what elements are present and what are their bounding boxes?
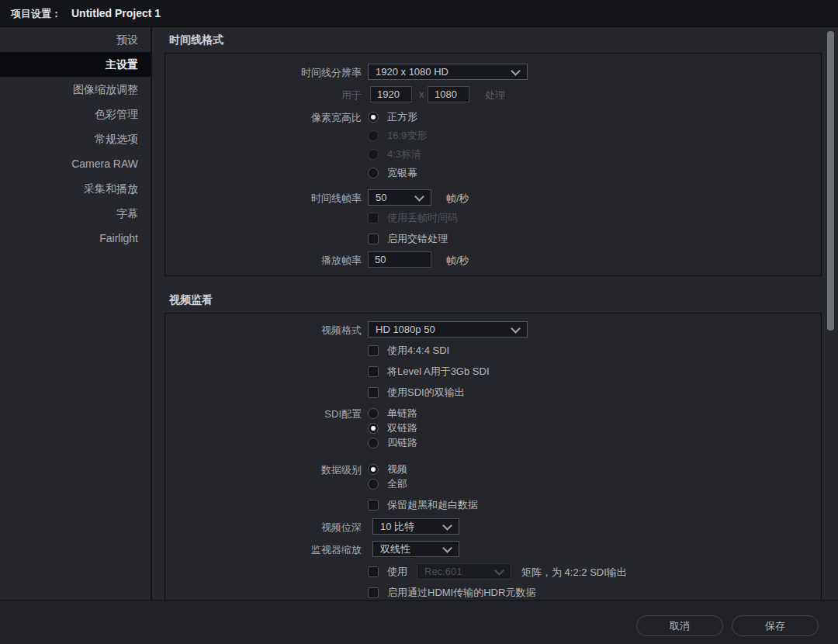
option-label: 视频 — [387, 462, 407, 476]
dialog-title-label: 项目设置： — [11, 0, 61, 27]
radio-icon — [368, 438, 379, 448]
drop-frame-timecode-checkbox: 使用丢帧时间码 — [368, 210, 458, 226]
chevron-down-icon — [442, 543, 452, 553]
checkbox-label: 启用通过HDMI传输的HDR元数据 — [387, 586, 535, 600]
radio-icon — [368, 168, 379, 178]
timeline-format-panel — [164, 53, 822, 276]
checkbox-label: 将Level A用于3Gb SDI — [387, 365, 490, 379]
checkbox-icon — [368, 213, 379, 223]
video-bit-depth-dropdown[interactable]: 10 比特 — [372, 518, 459, 535]
save-button[interactable]: 保存 — [732, 615, 819, 636]
monitor-scaling-value: 双线性 — [380, 543, 410, 555]
checkbox-label: 保留超黑和超白数据 — [387, 498, 478, 512]
custom-height-input[interactable] — [428, 86, 469, 102]
custom-width-input[interactable] — [370, 86, 412, 102]
framerate-unit-label: 帧/秒 — [446, 192, 469, 206]
timeline-framerate-value: 50 — [376, 192, 386, 203]
checkbox-icon — [368, 387, 379, 398]
data-level-option-video[interactable]: 视频 — [368, 462, 407, 477]
sdi-option-dual-link[interactable]: 双链路 — [368, 421, 417, 436]
checkbox-icon — [368, 345, 379, 356]
dialog-footer: 取消 保存 — [0, 600, 838, 644]
timeline-resolution-dropdown[interactable]: 1920 x 1080 HD — [368, 64, 528, 80]
sidebar-item-fairlight[interactable]: Fairlight — [0, 226, 151, 251]
hdmi-hdr-metadata-checkbox[interactable]: 启用通过HDMI传输的HDR元数据 — [368, 585, 535, 601]
project-name: Untitled Project 1 — [71, 0, 161, 27]
pixel-aspect-option-square[interactable]: 正方形 — [368, 109, 417, 125]
pixel-aspect-option-43-sd: 4:3标清 — [368, 147, 421, 162]
level-a-3gb-sdi-checkbox[interactable]: 将Level A用于3Gb SDI — [368, 364, 490, 379]
radio-icon — [368, 479, 379, 490]
radio-icon — [368, 149, 379, 160]
option-label: 4:3标清 — [387, 147, 421, 161]
chevron-down-icon — [511, 66, 521, 76]
sidebar-item-camera-raw[interactable]: Camera RAW — [0, 151, 151, 176]
custom-res-prefix-label: 用于 — [164, 88, 362, 102]
option-label: 四链路 — [387, 436, 417, 450]
matrix-value: Rec.601 — [424, 566, 462, 577]
checkbox-icon — [368, 566, 379, 577]
monitor-scaling-dropdown[interactable]: 双线性 — [372, 541, 459, 557]
matrix-dropdown: Rec.601 — [417, 563, 511, 580]
project-settings-dialog: 项目设置： Untitled Project 1 预设 主设置 图像缩放调整 色… — [0, 0, 838, 644]
preserve-super-black-white-checkbox[interactable]: 保留超黑和超白数据 — [368, 497, 478, 513]
interlace-processing-checkbox[interactable]: 启用交错处理 — [368, 231, 448, 247]
dual-sdi-output-checkbox[interactable]: 使用SDI的双输出 — [368, 385, 465, 400]
timeline-resolution-value: 1920 x 1080 HD — [376, 66, 448, 78]
use-444-sdi-checkbox[interactable]: 使用4:4:4 SDI — [368, 343, 449, 358]
cancel-button[interactable]: 取消 — [636, 615, 723, 636]
playback-framerate-label: 播放帧率 — [164, 254, 362, 268]
checkbox-icon — [368, 587, 379, 598]
use-matrix-checkbox[interactable]: 使用 — [368, 564, 407, 580]
chevron-down-icon — [511, 324, 521, 334]
timeline-framerate-label: 时间线帧率 — [164, 192, 362, 206]
chevron-down-icon — [494, 566, 504, 576]
sidebar-item-subtitles[interactable]: 字幕 — [0, 201, 151, 226]
checkbox-icon — [368, 234, 379, 244]
chevron-down-icon — [442, 521, 452, 531]
data-level-option-full[interactable]: 全部 — [368, 476, 407, 492]
sidebar-item-presets[interactable]: 预设 — [0, 27, 151, 52]
sidebar-item-capture-playback[interactable]: 采集和播放 — [0, 176, 151, 201]
sidebar-item-image-scaling[interactable]: 图像缩放调整 — [0, 77, 151, 102]
custom-res-separator: x — [419, 88, 424, 100]
option-label: 16:9变形 — [387, 129, 427, 143]
sdi-option-quad-link[interactable]: 四链路 — [368, 435, 417, 451]
section-title-video-monitoring: 视频监看 — [169, 293, 213, 307]
checkbox-label: 使用 — [387, 565, 407, 579]
chevron-down-icon — [414, 192, 424, 202]
scrollbar-thumb[interactable] — [827, 31, 834, 331]
settings-sidebar: 预设 主设置 图像缩放调整 色彩管理 常规选项 Camera RAW 采集和播放… — [0, 27, 152, 644]
custom-res-suffix-label: 处理 — [485, 88, 505, 102]
pixel-aspect-option-cinemascope[interactable]: 宽银幕 — [368, 165, 417, 181]
pixel-aspect-option-169-anamorphic: 16:9变形 — [368, 128, 427, 144]
option-label: 全部 — [387, 477, 407, 491]
sdi-option-single-link[interactable]: 单链路 — [368, 406, 417, 421]
data-level-label: 数据级别 — [164, 463, 362, 477]
checkbox-label: 使用SDI的双输出 — [387, 386, 465, 400]
video-bit-depth-value: 10 比特 — [380, 521, 414, 532]
radio-icon — [368, 464, 379, 475]
video-format-value: HD 1080p 50 — [376, 324, 435, 335]
timeline-resolution-label: 时间线分辨率 — [164, 66, 362, 80]
checkbox-label: 启用交错处理 — [387, 232, 448, 246]
option-label: 单链路 — [387, 407, 417, 421]
option-label: 正方形 — [387, 110, 417, 124]
sidebar-item-color-management[interactable]: 色彩管理 — [0, 102, 151, 126]
option-label: 宽银幕 — [387, 166, 417, 180]
timeline-framerate-dropdown[interactable]: 50 — [368, 189, 431, 206]
playback-framerate-unit: 帧/秒 — [446, 254, 469, 268]
section-title-timeline-format: 时间线格式 — [169, 33, 223, 47]
sidebar-item-master-settings[interactable]: 主设置 — [0, 52, 151, 77]
option-label: 双链路 — [387, 421, 417, 435]
sidebar-item-general-options[interactable]: 常规选项 — [0, 126, 151, 151]
playback-framerate-input[interactable] — [368, 251, 431, 268]
monitor-scaling-label: 监视器缩放 — [164, 543, 362, 557]
radio-icon — [368, 408, 379, 419]
radio-icon — [368, 423, 379, 434]
video-format-label: 视频格式 — [164, 324, 362, 338]
radio-icon — [368, 130, 379, 141]
checkbox-label: 使用丢帧时间码 — [387, 211, 458, 225]
video-format-dropdown[interactable]: HD 1080p 50 — [368, 321, 528, 338]
pixel-aspect-label: 像素宽高比 — [164, 111, 362, 125]
